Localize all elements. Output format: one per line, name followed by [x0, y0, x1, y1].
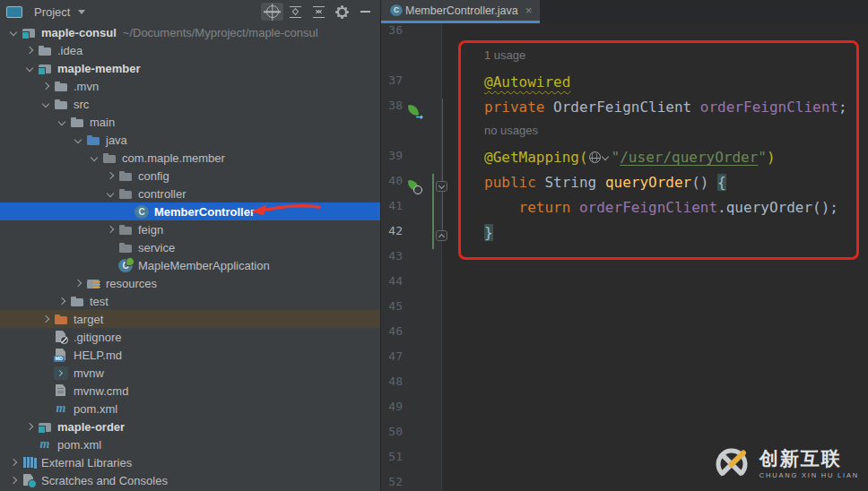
- folder-icon: [38, 43, 52, 57]
- tree-item-config[interactable]: config: [0, 167, 380, 185]
- tree-item-maple-consul[interactable]: maple-consul~/Documents/Myproject/maple-…: [0, 23, 380, 41]
- editor-line[interactable]: 45: [381, 299, 868, 324]
- hide-panel-button[interactable]: [354, 3, 377, 21]
- ide-window: Project maple-consul~/Documents/Myprojec…: [0, 0, 868, 491]
- settings-button[interactable]: [331, 3, 353, 21]
- code-editor[interactable]: 36 1 usage 37@Autowired 38private OrderF…: [381, 23, 868, 491]
- tree-item-root-pom-xml[interactable]: pom.xml: [0, 435, 380, 453]
- globe-icon[interactable]: [589, 151, 601, 163]
- fold-close-marker[interactable]: [436, 230, 447, 241]
- chevron-collapsed-icon[interactable]: [22, 43, 38, 57]
- editor-line[interactable]: 39@GetMapping("/user/queryOrder"): [381, 149, 868, 174]
- module-folder-icon: [38, 61, 52, 75]
- inlay-hint-row[interactable]: 1 usage: [381, 48, 868, 73]
- editor-line[interactable]: 44: [381, 274, 868, 299]
- tree-item-target[interactable]: target: [0, 310, 380, 328]
- editor-line[interactable]: 48: [381, 375, 868, 400]
- spring-bean-icon[interactable]: [407, 104, 421, 118]
- editor-line[interactable]: 40public String queryOrder() {: [381, 174, 868, 199]
- tree-item-mvnw[interactable]: mvnw: [0, 364, 380, 382]
- fold-open-marker[interactable]: [436, 181, 447, 192]
- tree-item-maplememberapplication[interactable]: MapleMemberApplication: [0, 256, 380, 274]
- tree-item-label: service: [138, 241, 175, 254]
- tree-item-gitignore[interactable]: .gitignore: [0, 328, 380, 346]
- chevron-collapsed-icon[interactable]: [38, 312, 54, 326]
- locate-file-button[interactable]: [261, 3, 283, 21]
- tree-item-service[interactable]: service: [0, 238, 380, 256]
- tree-item-label: Scratches and Consoles: [41, 474, 168, 487]
- usage-hint[interactable]: no usages: [484, 124, 538, 137]
- editor-line[interactable]: 46: [381, 324, 868, 349]
- watermark-subtitle: CHUANG XIN HU LIAN: [760, 471, 859, 479]
- chevron-collapsed-icon[interactable]: [38, 79, 54, 93]
- chevron-expanded-icon[interactable]: [5, 25, 22, 39]
- tree-item-help-md[interactable]: HELP.md: [0, 346, 380, 364]
- tree-item-feign[interactable]: feign: [0, 220, 380, 238]
- line-number: 39: [381, 149, 403, 162]
- chevron-collapsed-icon[interactable]: [70, 276, 86, 290]
- module-folder-icon: [38, 419, 52, 434]
- tree-item-mvnw-cmd[interactable]: mvnw.cmd: [0, 382, 380, 400]
- line-number: 46: [381, 324, 403, 338]
- tree-item-maple-order[interactable]: maple-order: [0, 418, 380, 435]
- editor-line[interactable]: 47: [381, 349, 868, 375]
- spring-request-mapping-icon[interactable]: [407, 179, 421, 194]
- editor-line[interactable]: 41 return orderFeignClient.queryOrder();: [381, 199, 868, 224]
- usage-hint[interactable]: 1 usage: [484, 48, 525, 62]
- tree-item-label: maple-order: [57, 420, 125, 434]
- line-number: 50: [381, 425, 403, 438]
- chevron-collapsed-icon[interactable]: [5, 455, 22, 469]
- line-number: 41: [381, 199, 403, 212]
- expand-all-button[interactable]: [284, 3, 307, 21]
- editor-line-current[interactable]: 42}: [381, 224, 868, 249]
- text-file-icon: [54, 383, 68, 398]
- package-icon: [118, 240, 133, 254]
- chevron-collapsed-icon[interactable]: [22, 419, 38, 434]
- chevron-expanded-icon[interactable]: [22, 61, 38, 75]
- chevron-collapsed-icon[interactable]: [54, 294, 70, 308]
- chevron-collapsed-icon[interactable]: [5, 473, 22, 487]
- tree-item-com-maple-member[interactable]: com.maple.member: [0, 149, 380, 167]
- tree-item-maple-member[interactable]: maple-member: [0, 59, 380, 77]
- tree-item-test[interactable]: test: [0, 292, 380, 310]
- editor-line[interactable]: 43: [381, 249, 868, 274]
- tree-item-resources[interactable]: resources: [0, 274, 380, 292]
- tree-item-pom-xml[interactable]: pom.xml: [0, 400, 380, 418]
- line-number: 52: [381, 475, 403, 488]
- chevron-placeholder: [22, 437, 38, 452]
- chevron-collapsed-icon[interactable]: [102, 222, 118, 237]
- tree-item-label: src: [74, 98, 89, 111]
- chevron-expanded-icon[interactable]: [86, 151, 102, 165]
- spring-boot-class-icon: [118, 259, 133, 272]
- tab-membercontroller-java[interactable]: MemberController.java ×: [381, 0, 540, 23]
- chevron-placeholder: [38, 401, 54, 416]
- tree-item-src[interactable]: src: [0, 95, 380, 113]
- type-token: String: [544, 174, 604, 191]
- chevron-expanded-icon[interactable]: [38, 97, 54, 111]
- editor-line[interactable]: 36: [381, 23, 868, 48]
- chevron-down-icon[interactable]: [601, 153, 608, 160]
- chevron-expanded-icon[interactable]: [102, 186, 118, 201]
- tree-item-membercontroller[interactable]: MemberController: [0, 202, 380, 220]
- editor-line[interactable]: 49: [381, 400, 868, 425]
- chevron-expanded-icon[interactable]: [70, 133, 86, 147]
- chevron-expanded-icon[interactable]: [54, 115, 70, 129]
- editor-line[interactable]: 37@Autowired: [381, 73, 868, 99]
- tree-item-java[interactable]: java: [0, 131, 380, 149]
- tree-item-main[interactable]: main: [0, 113, 380, 131]
- tree-item-mvn[interactable]: .mvn: [0, 77, 380, 95]
- package-icon: [118, 222, 133, 237]
- tree-item-scratches-and-consoles[interactable]: Scratches and Consoles: [0, 471, 380, 489]
- editor-line[interactable]: 38private OrderFeignClient orderFeignCli…: [381, 99, 868, 124]
- tree-item-controller[interactable]: controller: [0, 185, 380, 202]
- collapse-all-button[interactable]: [308, 3, 330, 21]
- shell-file-icon: [54, 366, 68, 380]
- line-number: 47: [381, 349, 403, 363]
- inlay-hint-row[interactable]: no usages: [381, 124, 868, 149]
- chevron-collapsed-icon[interactable]: [102, 168, 118, 183]
- url-string-token[interactable]: /user/queryOrder: [620, 149, 758, 166]
- project-view-selector[interactable]: Project: [6, 5, 85, 19]
- close-icon[interactable]: ×: [525, 4, 533, 16]
- tree-item-external-libraries[interactable]: External Libraries: [0, 453, 380, 471]
- tree-item-idea[interactable]: .idea: [0, 41, 380, 59]
